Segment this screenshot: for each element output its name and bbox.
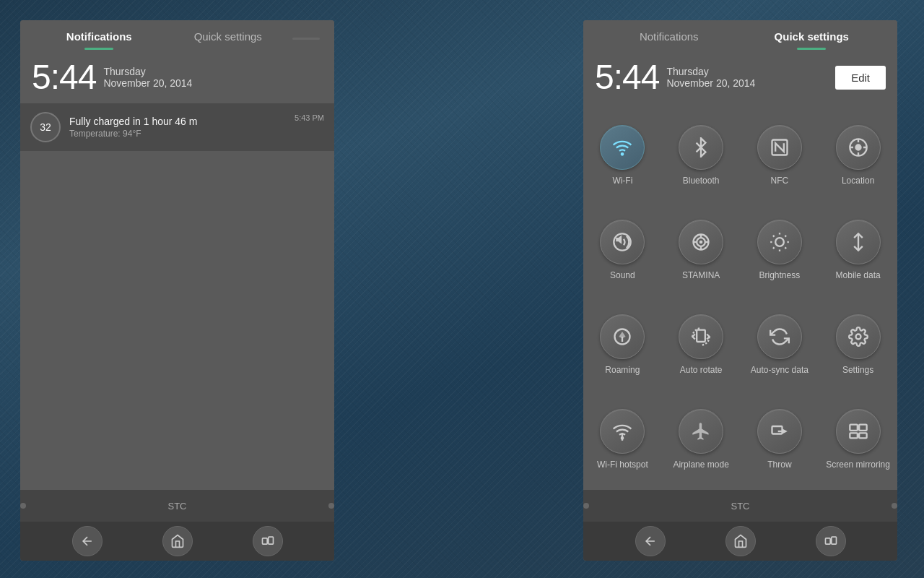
airplane-label: Airplane mode [673,460,728,470]
right-nav-bar [583,522,897,561]
left-back-button[interactable] [72,526,103,556]
svg-line-27 [785,236,786,237]
brightness-icon [757,220,802,264]
wifi-hotspot-label: Wi-Fi hotspot [597,460,648,470]
sound-label: Sound [610,270,635,280]
nfc-icon [757,125,802,170]
svg-point-31 [855,335,860,340]
right-clock-date: Thursday November 20, 2014 [666,66,755,89]
qs-item-airplane[interactable]: Airplane mode [662,391,741,486]
svg-rect-41 [831,537,836,544]
svg-rect-40 [825,538,830,544]
auto-sync-label: Auto-sync data [751,365,808,375]
qs-item-stamina[interactable]: STAMINA [662,201,741,296]
bluetooth-label: Bluetooth [683,176,720,186]
qs-item-wifi-hotspot[interactable]: Wi-Fi hotspot [583,391,662,486]
left-bottom-bar: STC [20,490,334,522]
svg-line-23 [785,247,786,249]
svg-rect-0 [262,538,267,544]
left-clock-time: 5:44 [32,60,96,95]
svg-line-22 [773,236,775,237]
right-bottom-indicator-right [892,503,897,509]
left-bottom-indicator-right [328,503,334,509]
right-home-button[interactable] [725,526,756,556]
left-panel: Notifications Quick settings 5:44 Thursd… [20,20,334,561]
qs-item-auto-sync[interactable]: Auto-sync data [741,296,819,391]
qs-item-brightness[interactable]: Brightness [741,201,819,296]
throw-icon [757,409,802,454]
left-bottom-indicator-left [20,503,26,509]
edit-button[interactable]: Edit [835,66,886,90]
location-icon [836,125,881,170]
right-tab-bar: Notifications Quick settings [583,20,897,54]
qs-item-auto-rotate[interactable]: Auto rotate [662,296,741,391]
qs-item-mobile-data[interactable]: Mobile data [819,201,897,296]
settings-icon [836,314,881,359]
qs-item-wifi[interactable]: Wi-Fi [583,106,662,201]
sound-icon [600,220,645,264]
nfc-label: NFC [771,176,789,186]
notif-badge: 32 [30,112,61,142]
qs-item-bluetooth[interactable]: Bluetooth [662,106,741,201]
stamina-icon [679,220,723,264]
left-tab-indicator [292,38,320,40]
screen-mirroring-icon [836,409,881,454]
right-clock-time: 5:44 [595,60,659,95]
left-nav-bar [20,522,334,561]
qs-item-location[interactable]: Location [819,106,897,201]
screen-mirroring-label: Screen mirroring [826,460,890,470]
left-clock-date: Thursday November 20, 2014 [103,66,192,89]
notif-content: Fully charged in 1 hour 46 m Temperature… [69,116,286,139]
notif-title: Fully charged in 1 hour 46 m [69,116,286,127]
svg-rect-30 [697,330,705,342]
mobile-data-label: Mobile data [836,270,881,280]
stamina-label: STAMINA [682,270,720,280]
auto-sync-icon [757,314,802,359]
qs-item-screen-mirroring[interactable]: Screen mirroring [819,391,897,486]
qs-item-settings[interactable]: Settings [819,296,897,391]
right-back-button[interactable] [635,526,666,556]
svg-line-26 [773,247,775,249]
right-tab-quick-settings[interactable]: Quick settings [741,30,884,47]
wifi-icon [600,125,645,170]
wifi-hotspot-icon [600,409,645,454]
auto-rotate-icon [679,314,723,359]
left-clock-section: 5:44 Thursday November 20, 2014 [20,54,334,102]
svg-rect-39 [859,434,867,439]
right-clock-section: 5:44 Thursday November 20, 2014 Edit [583,54,897,102]
mobile-data-icon [836,220,881,264]
right-panel: Notifications Quick settings 5:44 Thursd… [583,20,897,561]
left-tab-notifications[interactable]: Notifications [35,30,164,47]
left-tab-bar: Notifications Quick settings [20,20,334,54]
right-clock-day: Thursday [666,66,755,77]
right-tab-notifications[interactable]: Notifications [598,30,741,47]
qs-item-roaming[interactable]: Roaming [583,296,662,391]
svg-point-2 [622,153,623,155]
brightness-label: Brightness [759,270,801,280]
location-label: Location [842,176,874,186]
svg-rect-1 [268,537,273,544]
auto-rotate-label: Auto rotate [680,365,723,375]
right-bottom-indicator-left [583,503,589,509]
svg-rect-37 [859,425,867,431]
left-clock-day: Thursday [103,66,192,77]
right-recents-button[interactable] [816,526,846,556]
left-clock-full-date: November 20, 2014 [103,77,192,89]
notif-sub: Temperature: 94°F [69,129,286,139]
left-tab-quick-settings[interactable]: Quick settings [164,30,293,47]
qs-item-throw[interactable]: Throw [741,391,819,486]
svg-rect-38 [850,434,858,439]
svg-point-9 [855,144,860,150]
svg-rect-36 [850,425,858,431]
right-bottom-text: STC [593,501,887,512]
svg-point-14 [700,241,702,243]
left-home-button[interactable] [162,526,193,556]
right-bottom-bar: STC [583,490,897,522]
right-clock-full-date: November 20, 2014 [666,77,755,89]
qs-item-sound[interactable]: Sound [583,201,662,296]
settings-label: Settings [842,365,873,375]
left-recents-button[interactable] [253,526,283,556]
qs-item-nfc[interactable]: NFC [741,106,819,201]
notification-item[interactable]: 32 Fully charged in 1 hour 46 m Temperat… [20,103,334,151]
left-bottom-text: STC [30,501,324,512]
